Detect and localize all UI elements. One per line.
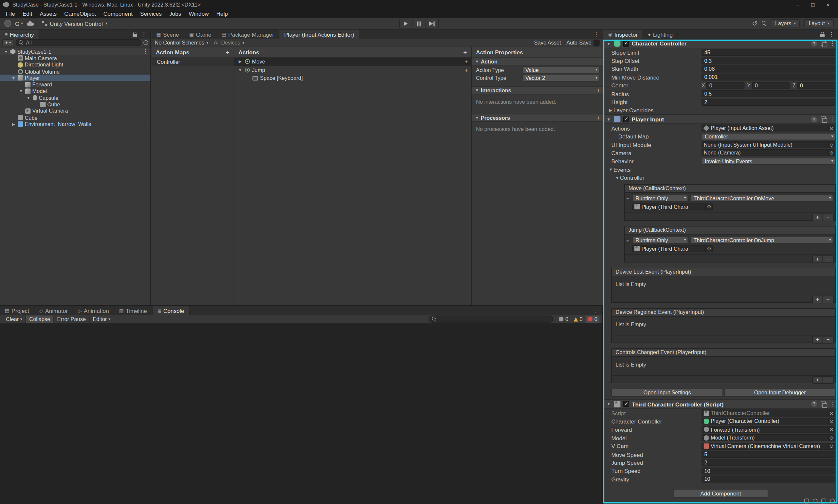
action-type-dropdown[interactable]: Value (522, 67, 599, 73)
add-action-button[interactable]: + (463, 49, 467, 55)
menu-assets[interactable]: Assets (36, 10, 60, 17)
tab-console[interactable]: ≣ Console (152, 306, 189, 315)
add-listener-button[interactable]: + (813, 296, 823, 303)
center-menu-icon[interactable]: ⋮ (593, 32, 599, 37)
hierarchy-row-model[interactable]: ▼ Model (0, 88, 150, 94)
ui-input-module-object-field[interactable]: None (Input System UI Input Module) ⊙ (701, 141, 835, 148)
drag-handle-icon[interactable]: ≡ (626, 197, 629, 202)
add-interaction-button[interactable]: + (596, 87, 600, 94)
account-icon[interactable] (4, 20, 11, 27)
add-listener-button[interactable]: + (813, 377, 823, 383)
character-controller-object-field[interactable]: Player (Character Controller) ⊙ (701, 418, 835, 425)
help-icon[interactable]: ? (811, 40, 817, 47)
preset-icon[interactable] (821, 401, 826, 407)
pause-button[interactable] (412, 19, 425, 28)
component-menu-icon[interactable]: ⋮ (830, 401, 835, 407)
component-enabled-checkbox[interactable] (623, 401, 629, 407)
hierarchy-create-button[interactable]: +▾ (2, 39, 14, 46)
center-y-field[interactable]: 0 (752, 82, 789, 89)
menu-jobs[interactable]: Jobs (166, 10, 185, 17)
save-asset-button[interactable]: Save Asset (534, 40, 561, 46)
object-picker-icon[interactable]: ⊙ (706, 246, 712, 252)
hierarchy-row-virtual-camera[interactable]: ▶ Virtual Camera (0, 108, 150, 114)
gravity-field[interactable]: 10 (701, 475, 835, 482)
menu-component[interactable]: Component (100, 10, 136, 17)
hierarchy-row-environment[interactable]: ▶ Environment_Narrow_Walls › (0, 121, 150, 127)
action-row-jump[interactable]: ▼ Jump + (234, 66, 471, 74)
tab-scene[interactable]: ▦ Scene (151, 30, 185, 39)
object-picker-icon[interactable]: ⊙ (828, 125, 835, 131)
menu-services[interactable]: Services (136, 10, 165, 17)
tab-package-manager[interactable]: ▤ Package Manager (217, 30, 280, 39)
console-search-input[interactable] (429, 316, 554, 322)
tab-animator[interactable]: ◇ Animator (34, 306, 73, 315)
help-icon[interactable]: ? (811, 116, 817, 122)
processors-section-header[interactable]: ▼ Processors + (472, 114, 603, 122)
camera-object-field[interactable]: None (Camera) ⊙ (701, 149, 835, 157)
play-button[interactable] (400, 19, 412, 28)
binding-row-space[interactable]: Space [Keyboard] (234, 74, 471, 82)
component-menu-icon[interactable]: ⋮ (830, 116, 835, 122)
add-action-map-button[interactable]: + (226, 49, 230, 55)
inspector-lock-icon[interactable] (820, 34, 824, 37)
tab-lighting[interactable]: ● Lighting (643, 30, 678, 39)
object-picker-icon[interactable]: ⊙ (828, 150, 835, 156)
tab-timeline[interactable]: ▥ Timeline (114, 306, 152, 315)
console-menu-icon[interactable]: ⋮ (593, 308, 599, 313)
skin-width-field[interactable]: 0.08 (701, 66, 835, 72)
tab-hierarchy[interactable]: ≡ Hierarchy (0, 30, 39, 39)
object-picker-icon[interactable]: ⊙ (828, 427, 835, 433)
auto-save-toggle[interactable]: Auto-Save (566, 40, 599, 46)
v-cam-object-field[interactable]: Virtual Camera (Cinemachine Virtual Came… (701, 443, 835, 449)
script-object-field[interactable]: ThirdCharacterController ⊙ (701, 410, 835, 416)
character-controller-header[interactable]: ▼ Character Controller ? ⋮ (603, 39, 838, 49)
foldout-icon[interactable]: ▼ (606, 117, 611, 122)
turn-speed-field[interactable]: 10 (701, 467, 835, 474)
controller-group-foldout[interactable]: ▼ Controller (603, 174, 838, 182)
hierarchy-row-main-camera[interactable]: ▶ Main Camera (0, 55, 150, 61)
hierarchy-row-global-volume[interactable]: ▶ Global Volume (0, 68, 150, 75)
forward-object-field[interactable]: Forward (Transform) ⊙ (701, 426, 835, 433)
search-icon[interactable] (762, 21, 767, 26)
component-enabled-checkbox[interactable] (623, 40, 629, 47)
event-mode-dropdown[interactable]: Runtime Only (632, 195, 688, 202)
hierarchy-row-cube[interactable]: ▶ Cube (0, 101, 150, 108)
add-component-button[interactable]: Add Component (673, 489, 768, 498)
default-map-dropdown[interactable]: Controller (701, 133, 835, 140)
hierarchy-row-forward[interactable]: ▶ Forward (0, 81, 150, 88)
object-picker-icon[interactable]: ⊙ (828, 443, 835, 449)
remove-listener-button[interactable]: − (823, 256, 833, 263)
open-input-settings-button[interactable]: Open Input Settings (611, 389, 723, 397)
console-clear-button[interactable]: Clear▾ (3, 316, 26, 323)
auto-save-checkbox[interactable] (593, 40, 599, 46)
hierarchy-row-cube-2[interactable]: ▶ Cube (0, 114, 150, 121)
status-icon-3[interactable] (821, 499, 826, 504)
version-control-dropdown[interactable]: Unity Version Control▾ (41, 20, 107, 27)
console-editor-dropdown[interactable]: Editor▾ (90, 316, 113, 323)
hierarchy-search-input[interactable]: All (16, 39, 141, 46)
foldout-icon[interactable]: ▼ (3, 49, 8, 54)
maximize-button[interactable]: □ (811, 2, 815, 7)
layout-dropdown[interactable]: Layout▾ (804, 19, 834, 28)
account-dropdown[interactable]: G▾ (15, 20, 23, 27)
undo-history-icon[interactable]: ↺ (752, 20, 757, 27)
tab-animation[interactable]: ▷ Animation (73, 306, 114, 315)
menu-file[interactable]: File (2, 10, 19, 17)
foldout-icon[interactable]: ▼ (26, 95, 31, 100)
object-picker-icon[interactable]: ⊙ (828, 410, 835, 416)
control-type-dropdown[interactable]: Vector 2 (522, 75, 599, 82)
hierarchy-row-directional-light[interactable]: ▶ Directional Light (0, 61, 150, 68)
event-mode-dropdown[interactable]: Runtime Only (632, 237, 688, 244)
preset-icon[interactable] (821, 116, 826, 122)
event-function-dropdown[interactable]: ThirdCharacterController.OnMove (690, 195, 834, 202)
console-collapse-toggle[interactable]: Collapse (26, 316, 54, 323)
preset-icon[interactable] (821, 41, 826, 46)
add-listener-button[interactable]: + (813, 214, 823, 220)
event-target-object-field[interactable]: Player (Third Chara ⊙ (632, 203, 713, 210)
step-offset-field[interactable]: 0.3 (701, 57, 835, 64)
tab-project[interactable]: ▤ Project (0, 306, 34, 315)
help-icon[interactable]: ? (811, 401, 817, 407)
remove-listener-button[interactable]: − (823, 214, 833, 220)
slope-limit-field[interactable]: 45 (701, 49, 835, 56)
action-section-header[interactable]: ▼ Action (472, 57, 603, 66)
